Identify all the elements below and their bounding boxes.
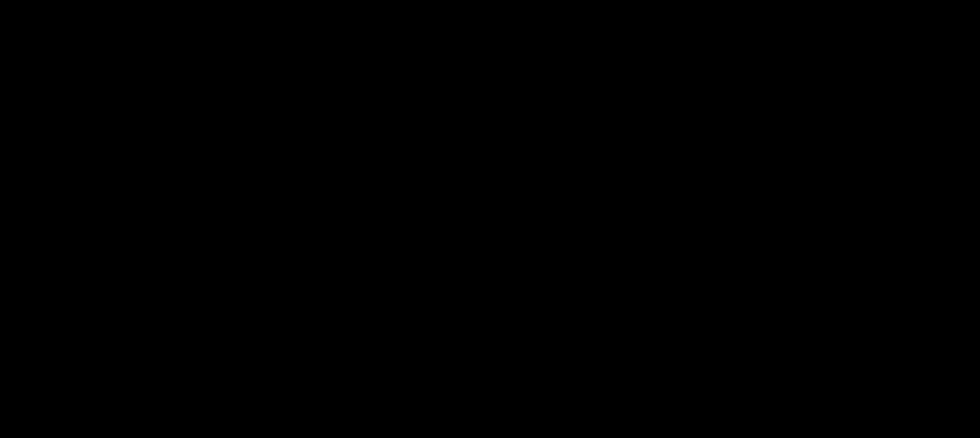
frequency-scale-column xyxy=(949,18,979,437)
spectrogram-lcp xyxy=(11,232,949,429)
left-label-column-top xyxy=(1,18,11,215)
left-label-column-bottom xyxy=(1,232,11,429)
title-bar xyxy=(1,1,979,16)
footer-strip xyxy=(1,429,979,437)
spectrogram-rcp xyxy=(11,18,949,215)
time-axis xyxy=(1,215,949,232)
dps-viewer-window xyxy=(0,0,980,438)
